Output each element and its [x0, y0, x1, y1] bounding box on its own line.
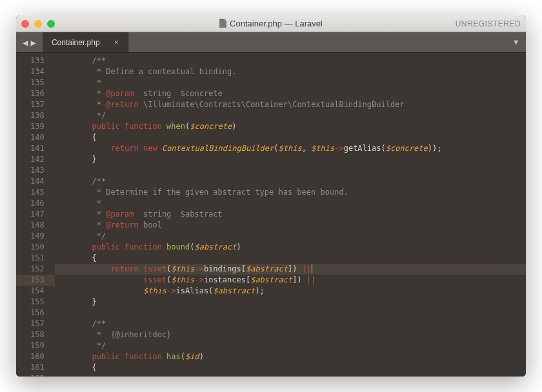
- nav-back-button[interactable]: ◀: [23, 37, 28, 48]
- traffic-lights: [21, 20, 55, 28]
- code-content[interactable]: /** * Define a contextual binding. * * @…: [55, 53, 526, 377]
- close-tab-icon[interactable]: ×: [114, 37, 119, 47]
- line-number: 157: [16, 318, 55, 329]
- line-number: 135: [16, 77, 55, 88]
- line-number: 156: [16, 308, 55, 318]
- line-number: 153: [16, 275, 55, 286]
- text-cursor: [312, 264, 312, 273]
- line-number: 161: [16, 362, 55, 373]
- editor-area[interactable]: 1331341351361371381391401411421431441451…: [16, 53, 526, 377]
- line-number: 139: [16, 121, 55, 132]
- line-number: 158: [16, 329, 55, 340]
- tab-container-php[interactable]: Container.php ×: [43, 32, 128, 52]
- active-line: return isset($this->bindings[$abstract])…: [55, 264, 526, 275]
- line-number: 137: [16, 99, 55, 110]
- line-number: 138: [16, 110, 55, 121]
- window-title: Container.php — Laravel: [16, 19, 526, 28]
- line-number: 159: [16, 340, 55, 351]
- line-number: 152: [16, 264, 55, 275]
- nav-forward-button[interactable]: ▶: [30, 37, 35, 48]
- line-number: 148: [16, 220, 55, 231]
- line-number: 145: [16, 187, 55, 198]
- tab-bar: ◀ ▶ Container.php × ▼: [16, 32, 526, 53]
- line-number-gutter: 1331341351361371381391401411421431441451…: [16, 53, 55, 377]
- line-number: 162: [16, 373, 55, 377]
- titlebar: Container.php — Laravel UNREGISTERED: [16, 15, 526, 32]
- line-number: 143: [16, 165, 55, 176]
- file-icon: [219, 19, 227, 28]
- line-number: 141: [16, 143, 55, 154]
- tab-label: Container.php: [52, 38, 100, 47]
- line-number: 146: [16, 198, 55, 209]
- line-number: 144: [16, 176, 55, 187]
- line-number: 155: [16, 297, 55, 308]
- close-window-button[interactable]: [21, 20, 29, 28]
- line-number: 136: [16, 88, 55, 99]
- line-number: 149: [16, 231, 55, 242]
- line-number: 151: [16, 253, 55, 264]
- line-number: 133: [16, 55, 55, 66]
- line-number: 150: [16, 242, 55, 253]
- chevron-down-icon: ▼: [514, 38, 518, 46]
- tab-menu-dropdown[interactable]: ▼: [506, 32, 526, 52]
- unregistered-label: UNREGISTERED: [456, 19, 521, 28]
- minimize-window-button[interactable]: [34, 20, 42, 28]
- code-token: *: [55, 78, 101, 87]
- line-number: 142: [16, 154, 55, 165]
- line-number: 154: [16, 286, 55, 297]
- code-token: /**: [55, 56, 106, 65]
- editor-window: Container.php — Laravel UNREGISTERED ◀ ▶…: [16, 15, 526, 377]
- line-number: 134: [16, 66, 55, 77]
- line-number: 147: [16, 209, 55, 220]
- code-token: * Define a contextual binding.: [55, 67, 237, 76]
- nav-arrows: ◀ ▶: [16, 32, 43, 52]
- line-number: 160: [16, 351, 55, 362]
- zoom-window-button[interactable]: [47, 20, 55, 28]
- line-number: 140: [16, 132, 55, 143]
